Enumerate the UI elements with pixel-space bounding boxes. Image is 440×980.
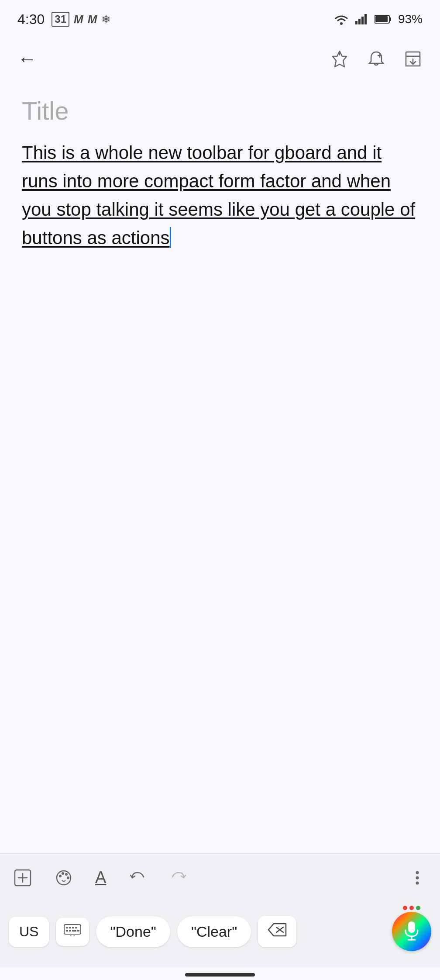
status-time: 4:30	[17, 11, 45, 28]
language-button[interactable]: US	[9, 917, 49, 947]
signal-icon	[355, 13, 368, 25]
svg-rect-4	[364, 14, 367, 24]
add-element-icon[interactable]	[13, 868, 32, 887]
bell-add-icon[interactable]	[367, 49, 386, 69]
status-left: 4:30 31 M M ❄	[17, 11, 111, 28]
svg-rect-1	[355, 21, 358, 24]
svg-point-18	[59, 875, 62, 877]
svg-rect-2	[358, 19, 361, 24]
gmail-m-icon: M	[88, 13, 97, 26]
svg-rect-11	[406, 52, 420, 56]
keyboard-toolbar: A	[0, 853, 440, 901]
text-cursor	[170, 227, 171, 248]
done-button[interactable]: "Done"	[96, 916, 170, 947]
svg-point-20	[65, 873, 68, 876]
content-area[interactable]: Title This is a whole new toolbar for gb…	[0, 83, 440, 265]
svg-point-19	[62, 872, 64, 875]
microphone-icon	[403, 921, 420, 942]
text-format-icon[interactable]: A	[95, 868, 106, 887]
undo-icon[interactable]	[128, 868, 147, 887]
svg-rect-30	[66, 930, 68, 932]
svg-rect-7	[375, 16, 388, 22]
redo-icon[interactable]	[169, 868, 188, 887]
keyboard-toggle-button[interactable]	[56, 918, 89, 946]
archive-icon[interactable]	[403, 49, 423, 69]
svg-point-24	[416, 881, 419, 884]
delete-button[interactable]	[258, 916, 296, 947]
svg-rect-29	[75, 927, 77, 928]
battery-icon	[375, 14, 392, 24]
palette-icon[interactable]	[54, 868, 73, 887]
svg-rect-31	[69, 930, 71, 932]
more-options-icon[interactable]	[408, 868, 427, 887]
note-title-placeholder[interactable]: Title	[22, 96, 418, 125]
battery-percentage: 93%	[398, 12, 423, 26]
status-bar: 4:30 31 M M ❄	[0, 0, 440, 35]
keyboard-icon	[64, 924, 81, 936]
svg-rect-25	[64, 925, 81, 934]
status-icons: 31 M M ❄	[52, 12, 111, 27]
svg-point-21	[67, 876, 69, 879]
clear-button[interactable]: "Clear"	[177, 916, 251, 947]
toolbar-right	[330, 49, 423, 69]
svg-rect-3	[361, 17, 364, 24]
svg-rect-26	[66, 927, 68, 928]
toolbar-left: ←	[17, 48, 37, 70]
snowflake-icon: ❄	[101, 13, 111, 26]
pin-icon[interactable]	[330, 49, 349, 69]
gmail-icon: M	[74, 13, 83, 26]
svg-rect-28	[72, 927, 74, 928]
mic-button[interactable]	[392, 912, 431, 951]
svg-rect-6	[389, 17, 391, 21]
calendar-icon: 31	[52, 12, 69, 27]
note-body[interactable]: This is a whole new toolbar for gboard a…	[22, 138, 418, 252]
top-toolbar: ←	[0, 35, 440, 83]
svg-rect-32	[72, 930, 76, 932]
backspace-icon	[268, 922, 287, 938]
status-right: 93%	[333, 12, 423, 26]
keyboard-bottom-row: US "Done" "Clear"	[0, 901, 440, 967]
kb-toolbar-left: A	[13, 868, 188, 887]
wifi-icon	[333, 13, 349, 25]
svg-rect-27	[69, 927, 71, 928]
svg-point-22	[416, 871, 419, 874]
back-button[interactable]: ←	[17, 48, 37, 70]
svg-rect-36	[408, 921, 415, 933]
svg-point-23	[416, 876, 419, 879]
home-indicator[interactable]	[185, 973, 255, 977]
svg-rect-33	[77, 930, 79, 932]
svg-point-0	[340, 22, 343, 25]
